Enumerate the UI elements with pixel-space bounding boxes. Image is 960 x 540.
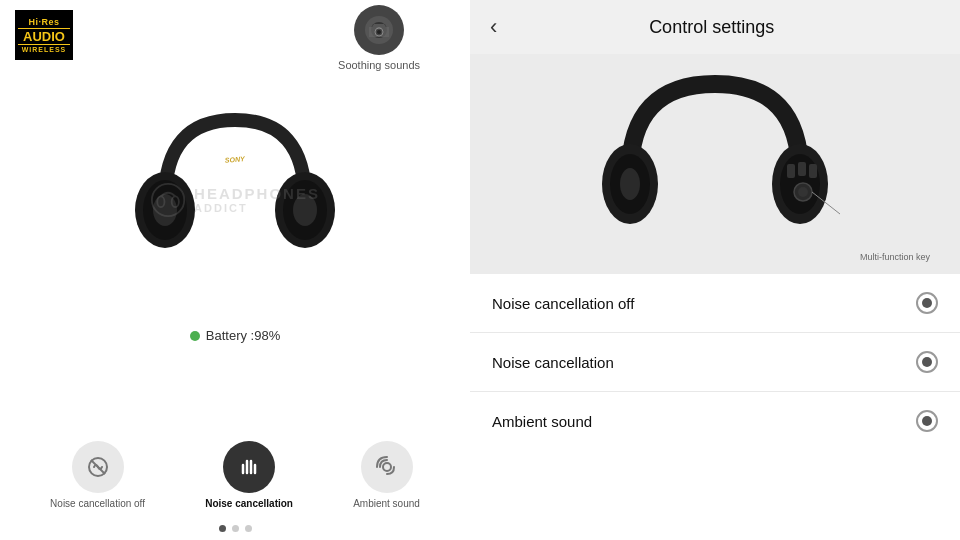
control-circle-noise-on[interactable] <box>223 441 275 493</box>
control-circle-ambient[interactable] <box>361 441 413 493</box>
back-button[interactable]: ‹ <box>490 14 497 40</box>
soothing-sounds-area[interactable]: Soothing sounds <box>338 5 420 71</box>
battery-row: Battery :98% <box>190 328 280 343</box>
dot-1 <box>219 525 226 532</box>
battery-indicator <box>190 331 200 341</box>
left-panel: Hi·Res AUDIO WIRELESS Soothing sounds <box>0 0 470 540</box>
option-noise-on-label: Noise cancellation <box>492 354 614 371</box>
svg-rect-27 <box>787 164 795 178</box>
svg-point-10 <box>153 194 177 226</box>
svg-rect-29 <box>809 164 817 178</box>
radio-noise-off-inner <box>922 298 932 308</box>
headphone-image-left: HEADPHONES ADDICT SONY <box>105 80 365 320</box>
dot-3 <box>245 525 252 532</box>
option-noise-off[interactable]: Noise cancellation off <box>470 274 960 333</box>
hi-res-badge: Hi·Res AUDIO WIRELESS <box>15 10 73 60</box>
page-dots <box>219 525 252 532</box>
svg-point-24 <box>620 168 640 200</box>
control-label-noise-off: Noise cancellation off <box>50 498 145 509</box>
control-ambient[interactable]: Ambient sound <box>353 441 420 509</box>
multifunction-label: Multi-function key <box>860 252 930 262</box>
radio-ambient-inner <box>922 416 932 426</box>
right-panel: ‹ Control settings Multi-function key <box>470 0 960 540</box>
option-ambient[interactable]: Ambient sound <box>470 392 960 450</box>
radio-noise-on-inner <box>922 357 932 367</box>
radio-ambient[interactable] <box>916 410 938 432</box>
option-noise-on[interactable]: Noise cancellation <box>470 333 960 392</box>
radio-noise-off[interactable] <box>916 292 938 314</box>
control-noise-on[interactable]: Noise cancellation <box>205 441 293 509</box>
svg-text:SONY: SONY <box>225 155 247 164</box>
hi-res-top-text: Hi·Res <box>28 17 59 27</box>
control-noise-off[interactable]: Noise cancellation off <box>50 441 145 509</box>
soothing-sounds-label: Soothing sounds <box>338 59 420 71</box>
control-label-ambient: Ambient sound <box>353 498 420 509</box>
headphone-display-right: Multi-function key <box>470 54 960 274</box>
headphone-svg-right <box>575 64 855 264</box>
control-circle-noise-off[interactable] <box>72 441 124 493</box>
soothing-sounds-icon[interactable] <box>354 5 404 55</box>
svg-point-31 <box>798 187 808 197</box>
page-title: Control settings <box>507 17 916 38</box>
svg-point-21 <box>383 463 391 471</box>
dot-2 <box>232 525 239 532</box>
bottom-controls: Noise cancellation off Noise cancellatio… <box>0 431 470 519</box>
headphone-svg-left: SONY <box>115 90 355 310</box>
control-label-noise-on: Noise cancellation <box>205 498 293 509</box>
right-header: ‹ Control settings <box>470 0 960 54</box>
options-list: Noise cancellation off Noise cancellatio… <box>470 274 960 540</box>
svg-point-13 <box>293 194 317 226</box>
battery-label: Battery :98% <box>206 328 280 343</box>
hi-res-mid-text: AUDIO <box>23 30 65 43</box>
radio-noise-on[interactable] <box>916 351 938 373</box>
svg-rect-28 <box>798 162 806 176</box>
option-ambient-label: Ambient sound <box>492 413 592 430</box>
svg-point-4 <box>377 30 381 34</box>
option-noise-off-label: Noise cancellation off <box>492 295 634 312</box>
hi-res-bot-text: WIRELESS <box>22 46 67 53</box>
